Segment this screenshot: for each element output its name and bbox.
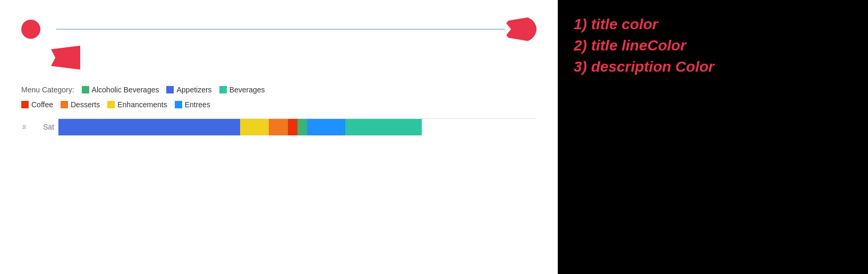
title-row xyxy=(21,16,537,42)
legend-item: Appetizers xyxy=(166,85,211,94)
bar-segment xyxy=(58,119,240,135)
legend-item: Entrees xyxy=(175,100,210,109)
legend-item: Alcoholic Beverages xyxy=(82,85,159,94)
axis-label: te xyxy=(21,125,29,129)
legend-swatch xyxy=(166,86,174,93)
legend-swatch xyxy=(21,101,29,108)
legend-item: Beverages xyxy=(219,85,265,94)
bar-segment xyxy=(269,119,288,135)
bar-label: Sat xyxy=(33,123,54,131)
legend-item: Coffee xyxy=(21,100,53,109)
badge-3 xyxy=(51,46,80,70)
bar-segment xyxy=(288,119,297,135)
right-panel-item-2: 2) title lineColor xyxy=(574,37,852,54)
legend-item-label: Entrees xyxy=(185,100,210,109)
chart-legend: Menu Category:Alcoholic BeveragesAppetiz… xyxy=(21,85,537,109)
bar-row: te Sat xyxy=(21,118,537,135)
bar-segment xyxy=(240,119,269,135)
chart-area: te Sat xyxy=(21,118,537,135)
title-line xyxy=(56,29,505,30)
legend-item: Enhancements xyxy=(107,100,167,109)
legend-item-label: Alcoholic Beverages xyxy=(92,85,159,94)
bar-segment xyxy=(345,119,422,135)
main-content: Menu Category:Alcoholic BeveragesAppetiz… xyxy=(0,0,558,274)
legend-item-label: Appetizers xyxy=(176,85,211,94)
legend-swatch xyxy=(175,101,182,108)
title-line-area xyxy=(56,16,537,42)
legend-swatch xyxy=(107,101,115,108)
badge-2 xyxy=(505,16,537,42)
chart-section: Menu Category:Alcoholic BeveragesAppetiz… xyxy=(21,85,537,135)
badge-1 xyxy=(21,20,40,39)
right-panel-item-1: 1) title color xyxy=(574,16,852,33)
legend-label: Menu Category: xyxy=(21,85,74,94)
legend-swatch xyxy=(219,86,227,93)
legend-item-label: Enhancements xyxy=(117,100,167,109)
bar-segment xyxy=(297,119,307,135)
description-row xyxy=(46,46,537,70)
legend-swatch xyxy=(82,86,89,93)
legend-swatch xyxy=(61,101,68,108)
legend-item-label: Coffee xyxy=(31,100,53,109)
right-panel: 1) title color2) title lineColor3) descr… xyxy=(558,0,868,274)
bar-segment xyxy=(307,119,345,135)
legend-item-label: Beverages xyxy=(229,85,265,94)
right-panel-item-3: 3) description Color xyxy=(574,58,852,75)
legend-item-label: Desserts xyxy=(71,100,100,109)
header-area xyxy=(21,16,537,70)
legend-item: Desserts xyxy=(61,100,100,109)
bar-container xyxy=(58,118,537,135)
